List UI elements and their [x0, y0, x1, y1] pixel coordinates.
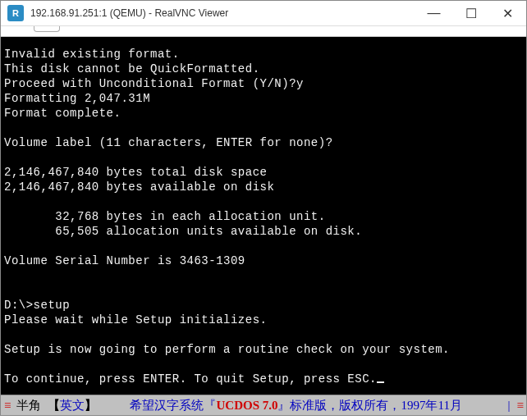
maximize-icon: ☐ — [465, 6, 477, 21]
divider-right-icon: ≡ — [514, 399, 526, 413]
minimize-button[interactable]: — — [415, 2, 452, 25]
window-title: 192.168.91.251:1 (QEMU) - RealVNC Viewer — [30, 7, 415, 19]
vnc-toolbar-tab[interactable] — [34, 26, 60, 32]
app-window: R 192.168.91.251:1 (QEMU) - RealVNC View… — [0, 0, 527, 416]
toolbar-handle[interactable] — [1, 26, 526, 37]
close-icon: ✕ — [502, 6, 513, 21]
divider-pipe: | — [505, 399, 514, 413]
divider-left-icon: ≡ — [1, 399, 13, 413]
ime-status-bar: ≡ 半角 【英文】 希望汉字系统『UCDOS 7.0』标准版，版权所有，1997… — [1, 395, 526, 415]
ime-lang-mode[interactable]: 【英文】 — [44, 398, 100, 413]
terminal-output[interactable]: Invalid existing format. This disk canno… — [1, 37, 526, 395]
app-icon[interactable]: R — [7, 5, 24, 21]
titlebar[interactable]: R 192.168.91.251:1 (QEMU) - RealVNC View… — [1, 1, 526, 26]
maximize-button[interactable]: ☐ — [452, 2, 489, 25]
close-button[interactable]: ✕ — [489, 2, 526, 25]
ime-width-mode[interactable]: 半角 — [13, 398, 44, 413]
minimize-icon: — — [428, 6, 441, 21]
terminal-cursor — [377, 381, 384, 383]
ime-product-banner: 希望汉字系统『UCDOS 7.0』标准版，版权所有，1997年11月 — [126, 398, 465, 413]
